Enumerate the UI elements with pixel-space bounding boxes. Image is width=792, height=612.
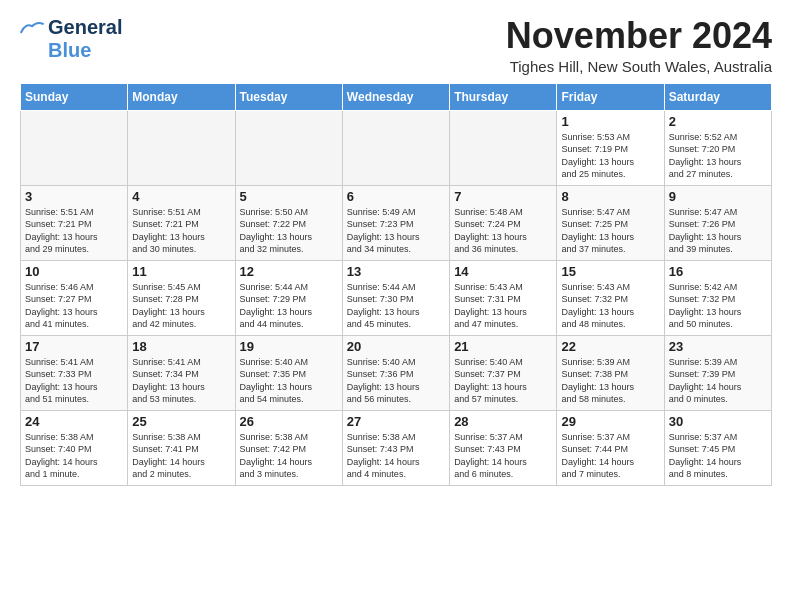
day-info: Sunrise: 5:47 AM Sunset: 7:25 PM Dayligh…: [561, 206, 659, 256]
calendar-cell: [342, 110, 449, 185]
day-info: Sunrise: 5:46 AM Sunset: 7:27 PM Dayligh…: [25, 281, 123, 331]
calendar-cell: [21, 110, 128, 185]
day-info: Sunrise: 5:39 AM Sunset: 7:38 PM Dayligh…: [561, 356, 659, 406]
day-number: 17: [25, 339, 123, 354]
logo-icon: [20, 20, 44, 36]
calendar-cell: 24Sunrise: 5:38 AM Sunset: 7:40 PM Dayli…: [21, 410, 128, 485]
calendar-header-sunday: Sunday: [21, 83, 128, 110]
calendar-cell: 22Sunrise: 5:39 AM Sunset: 7:38 PM Dayli…: [557, 335, 664, 410]
day-info: Sunrise: 5:37 AM Sunset: 7:44 PM Dayligh…: [561, 431, 659, 481]
calendar-header-wednesday: Wednesday: [342, 83, 449, 110]
day-info: Sunrise: 5:40 AM Sunset: 7:36 PM Dayligh…: [347, 356, 445, 406]
calendar-header-saturday: Saturday: [664, 83, 771, 110]
day-info: Sunrise: 5:47 AM Sunset: 7:26 PM Dayligh…: [669, 206, 767, 256]
day-number: 9: [669, 189, 767, 204]
calendar-cell: 5Sunrise: 5:50 AM Sunset: 7:22 PM Daylig…: [235, 185, 342, 260]
day-info: Sunrise: 5:52 AM Sunset: 7:20 PM Dayligh…: [669, 131, 767, 181]
day-number: 11: [132, 264, 230, 279]
calendar-header-tuesday: Tuesday: [235, 83, 342, 110]
day-info: Sunrise: 5:44 AM Sunset: 7:29 PM Dayligh…: [240, 281, 338, 331]
calendar-cell: 16Sunrise: 5:42 AM Sunset: 7:32 PM Dayli…: [664, 260, 771, 335]
day-info: Sunrise: 5:41 AM Sunset: 7:33 PM Dayligh…: [25, 356, 123, 406]
calendar-cell: 29Sunrise: 5:37 AM Sunset: 7:44 PM Dayli…: [557, 410, 664, 485]
day-number: 18: [132, 339, 230, 354]
calendar-cell: 13Sunrise: 5:44 AM Sunset: 7:30 PM Dayli…: [342, 260, 449, 335]
calendar-cell: 30Sunrise: 5:37 AM Sunset: 7:45 PM Dayli…: [664, 410, 771, 485]
day-number: 5: [240, 189, 338, 204]
calendar-cell: [128, 110, 235, 185]
calendar-cell: 28Sunrise: 5:37 AM Sunset: 7:43 PM Dayli…: [450, 410, 557, 485]
header: General Blue November 2024 Tighes Hill, …: [20, 16, 772, 75]
day-info: Sunrise: 5:41 AM Sunset: 7:34 PM Dayligh…: [132, 356, 230, 406]
calendar-table: SundayMondayTuesdayWednesdayThursdayFrid…: [20, 83, 772, 486]
calendar-cell: 10Sunrise: 5:46 AM Sunset: 7:27 PM Dayli…: [21, 260, 128, 335]
day-number: 3: [25, 189, 123, 204]
calendar-header-friday: Friday: [557, 83, 664, 110]
day-number: 19: [240, 339, 338, 354]
calendar-cell: 20Sunrise: 5:40 AM Sunset: 7:36 PM Dayli…: [342, 335, 449, 410]
day-info: Sunrise: 5:48 AM Sunset: 7:24 PM Dayligh…: [454, 206, 552, 256]
day-number: 24: [25, 414, 123, 429]
day-number: 1: [561, 114, 659, 129]
day-number: 23: [669, 339, 767, 354]
location: Tighes Hill, New South Wales, Australia: [506, 58, 772, 75]
month-title: November 2024: [506, 16, 772, 56]
day-info: Sunrise: 5:51 AM Sunset: 7:21 PM Dayligh…: [132, 206, 230, 256]
calendar-week-row: 10Sunrise: 5:46 AM Sunset: 7:27 PM Dayli…: [21, 260, 772, 335]
day-number: 15: [561, 264, 659, 279]
calendar-cell: 26Sunrise: 5:38 AM Sunset: 7:42 PM Dayli…: [235, 410, 342, 485]
day-number: 29: [561, 414, 659, 429]
calendar-cell: 27Sunrise: 5:38 AM Sunset: 7:43 PM Dayli…: [342, 410, 449, 485]
calendar-cell: 12Sunrise: 5:44 AM Sunset: 7:29 PM Dayli…: [235, 260, 342, 335]
day-number: 10: [25, 264, 123, 279]
day-number: 30: [669, 414, 767, 429]
calendar-header-monday: Monday: [128, 83, 235, 110]
calendar-cell: 11Sunrise: 5:45 AM Sunset: 7:28 PM Dayli…: [128, 260, 235, 335]
day-info: Sunrise: 5:50 AM Sunset: 7:22 PM Dayligh…: [240, 206, 338, 256]
day-info: Sunrise: 5:38 AM Sunset: 7:42 PM Dayligh…: [240, 431, 338, 481]
day-info: Sunrise: 5:43 AM Sunset: 7:31 PM Dayligh…: [454, 281, 552, 331]
calendar-cell: 18Sunrise: 5:41 AM Sunset: 7:34 PM Dayli…: [128, 335, 235, 410]
day-info: Sunrise: 5:39 AM Sunset: 7:39 PM Dayligh…: [669, 356, 767, 406]
day-info: Sunrise: 5:44 AM Sunset: 7:30 PM Dayligh…: [347, 281, 445, 331]
day-number: 25: [132, 414, 230, 429]
calendar-week-row: 24Sunrise: 5:38 AM Sunset: 7:40 PM Dayli…: [21, 410, 772, 485]
calendar-week-row: 17Sunrise: 5:41 AM Sunset: 7:33 PM Dayli…: [21, 335, 772, 410]
day-info: Sunrise: 5:40 AM Sunset: 7:37 PM Dayligh…: [454, 356, 552, 406]
logo-general: General: [48, 16, 122, 39]
day-number: 2: [669, 114, 767, 129]
calendar-cell: 21Sunrise: 5:40 AM Sunset: 7:37 PM Dayli…: [450, 335, 557, 410]
calendar-cell: 1Sunrise: 5:53 AM Sunset: 7:19 PM Daylig…: [557, 110, 664, 185]
day-number: 21: [454, 339, 552, 354]
calendar-cell: [235, 110, 342, 185]
day-number: 20: [347, 339, 445, 354]
day-info: Sunrise: 5:37 AM Sunset: 7:43 PM Dayligh…: [454, 431, 552, 481]
calendar-cell: 23Sunrise: 5:39 AM Sunset: 7:39 PM Dayli…: [664, 335, 771, 410]
calendar-week-row: 3Sunrise: 5:51 AM Sunset: 7:21 PM Daylig…: [21, 185, 772, 260]
day-info: Sunrise: 5:45 AM Sunset: 7:28 PM Dayligh…: [132, 281, 230, 331]
day-info: Sunrise: 5:38 AM Sunset: 7:40 PM Dayligh…: [25, 431, 123, 481]
day-info: Sunrise: 5:38 AM Sunset: 7:41 PM Dayligh…: [132, 431, 230, 481]
page: General Blue November 2024 Tighes Hill, …: [0, 0, 792, 496]
calendar-cell: 3Sunrise: 5:51 AM Sunset: 7:21 PM Daylig…: [21, 185, 128, 260]
day-info: Sunrise: 5:42 AM Sunset: 7:32 PM Dayligh…: [669, 281, 767, 331]
day-number: 8: [561, 189, 659, 204]
calendar-cell: 19Sunrise: 5:40 AM Sunset: 7:35 PM Dayli…: [235, 335, 342, 410]
calendar-cell: 15Sunrise: 5:43 AM Sunset: 7:32 PM Dayli…: [557, 260, 664, 335]
calendar-header-row: SundayMondayTuesdayWednesdayThursdayFrid…: [21, 83, 772, 110]
day-number: 7: [454, 189, 552, 204]
day-info: Sunrise: 5:51 AM Sunset: 7:21 PM Dayligh…: [25, 206, 123, 256]
logo-blue: Blue: [48, 39, 91, 62]
calendar-cell: 4Sunrise: 5:51 AM Sunset: 7:21 PM Daylig…: [128, 185, 235, 260]
day-info: Sunrise: 5:37 AM Sunset: 7:45 PM Dayligh…: [669, 431, 767, 481]
calendar-cell: 8Sunrise: 5:47 AM Sunset: 7:25 PM Daylig…: [557, 185, 664, 260]
day-info: Sunrise: 5:40 AM Sunset: 7:35 PM Dayligh…: [240, 356, 338, 406]
day-number: 22: [561, 339, 659, 354]
day-info: Sunrise: 5:43 AM Sunset: 7:32 PM Dayligh…: [561, 281, 659, 331]
day-number: 28: [454, 414, 552, 429]
day-info: Sunrise: 5:38 AM Sunset: 7:43 PM Dayligh…: [347, 431, 445, 481]
day-number: 27: [347, 414, 445, 429]
calendar-cell: 6Sunrise: 5:49 AM Sunset: 7:23 PM Daylig…: [342, 185, 449, 260]
title-block: November 2024 Tighes Hill, New South Wal…: [506, 16, 772, 75]
day-number: 13: [347, 264, 445, 279]
